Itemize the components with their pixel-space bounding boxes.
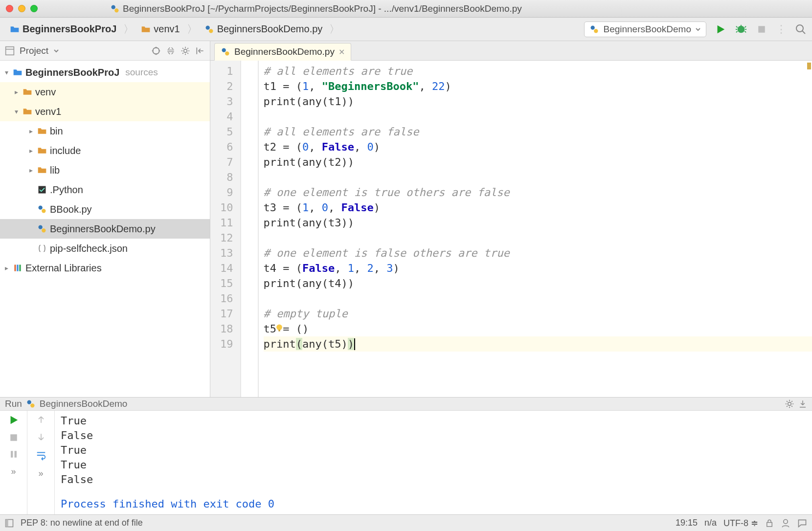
code-line[interactable]	[264, 291, 812, 306]
hide-icon[interactable]	[195, 46, 205, 56]
tree-row[interactable]: BBook.py	[0, 199, 210, 219]
svg-rect-18	[17, 265, 18, 271]
minimize-window-button[interactable]	[18, 5, 25, 12]
expand-toggle-icon[interactable]: ▾	[13, 108, 20, 115]
code-line[interactable]	[264, 109, 812, 124]
code-line[interactable]: t4 = (False, 1, 2, 3)	[264, 261, 812, 276]
svg-point-2	[205, 25, 209, 29]
code-line[interactable]: print(any(t2))	[264, 155, 812, 170]
expand-toggle-icon[interactable]: ▸	[27, 167, 34, 174]
code-line[interactable]: # one element is false others are true	[264, 245, 812, 261]
feedback-icon[interactable]	[797, 518, 807, 528]
line-separator[interactable]: n/a	[704, 518, 717, 528]
expand-toggle-icon[interactable]: ▸	[27, 128, 34, 134]
more-actions-button[interactable]: »	[11, 466, 16, 477]
console-output[interactable]: TrueFalseTrueTrueFalseProcess finished w…	[55, 411, 812, 514]
code-line[interactable]: # all elements are true	[264, 64, 812, 79]
breadcrumb-file[interactable]: BeginnersBookDemo.py	[200, 22, 328, 37]
debug-button[interactable]	[735, 23, 747, 36]
tree-row[interactable]: ▸include	[0, 141, 210, 160]
download-icon[interactable]	[798, 399, 807, 408]
lock-icon[interactable]	[765, 519, 774, 528]
code-line[interactable]	[264, 230, 812, 245]
folder-icon	[23, 87, 32, 97]
gear-icon[interactable]	[785, 399, 794, 409]
maximize-window-button[interactable]	[30, 5, 38, 12]
svg-point-0	[112, 5, 115, 9]
intention-bulb-icon[interactable]	[274, 323, 284, 333]
down-stack-button[interactable]	[36, 432, 46, 442]
locate-icon[interactable]	[151, 46, 161, 56]
line-number: 14	[220, 261, 233, 276]
tree-row-label: BeginnersBookDemo.py	[50, 223, 156, 235]
tree-row[interactable]: ▸bin	[0, 121, 210, 141]
status-bar: PEP 8: no newline at end of file 19:15 n…	[0, 514, 812, 531]
tree-row[interactable]: .Python	[0, 180, 210, 199]
code-line[interactable]: t2 = (0, False, 0)	[264, 139, 812, 155]
tree-row[interactable]: BeginnersBookDemo.py	[0, 219, 210, 239]
svg-point-1	[114, 8, 118, 12]
code-line[interactable]: t3 = (1, 0, False)	[264, 200, 812, 215]
play-icon	[715, 24, 726, 35]
folder-icon	[37, 126, 47, 136]
tree-row[interactable]: ▸venv	[0, 82, 210, 102]
project-root-row[interactable]: ▾ BeginnersBookProJ sources	[0, 63, 210, 82]
line-number: 17	[220, 306, 233, 321]
close-window-button[interactable]	[6, 5, 13, 12]
code-line[interactable]: print(any(t1))	[264, 94, 812, 109]
svg-point-16	[42, 228, 45, 232]
run-tool-sidebar-nav: »	[27, 411, 55, 514]
gear-icon[interactable]	[180, 46, 190, 56]
expand-toggle-icon[interactable]: ▸	[27, 147, 34, 154]
code-line[interactable]: t1 = (1, "BeginnersBook", 22)	[264, 79, 812, 94]
external-libraries-row[interactable]: ▸ External Libraries	[0, 258, 210, 278]
svg-point-25	[30, 403, 34, 407]
tree-row[interactable]: ▾venv1	[0, 102, 210, 121]
svg-rect-9	[6, 46, 14, 55]
code-line[interactable]: # all elements are false	[264, 124, 812, 139]
breadcrumb-folder[interactable]: venv1	[136, 22, 184, 37]
run-button[interactable]	[714, 23, 727, 36]
code-line[interactable]: print(any(t3))	[264, 215, 812, 230]
code-editor[interactable]: 12345678910111213141516171819 # all elem…	[210, 61, 812, 397]
tree-row[interactable]: ▸lib	[0, 160, 210, 180]
error-stripe-marker[interactable]	[807, 63, 811, 69]
tree-row[interactable]: pip-selfcheck.json	[0, 239, 210, 258]
code-line[interactable]: # empty tuple	[264, 306, 812, 321]
close-tab-button[interactable]: ✕	[338, 47, 345, 57]
code-line[interactable]: print(any(t5))	[264, 336, 812, 352]
chevron-down-icon[interactable]	[53, 48, 59, 54]
tool-windows-icon[interactable]	[5, 519, 14, 528]
hector-icon[interactable]	[781, 518, 790, 528]
project-tree[interactable]: ▾ BeginnersBookProJ sources ▸venv▾venv1▸…	[0, 61, 210, 397]
file-encoding[interactable]: UTF-8 ≑	[723, 518, 758, 529]
rerun-button[interactable]	[8, 415, 19, 425]
expand-toggle-icon[interactable]: ▸	[13, 88, 20, 95]
breadcrumb-project[interactable]: BeginnersBookProJ	[5, 22, 121, 37]
editor-tab[interactable]: BeginnersBookDemo.py ✕	[214, 43, 351, 61]
folder-icon	[23, 107, 32, 116]
status-message: PEP 8: no newline at end of file	[21, 518, 143, 528]
line-number: 15	[220, 276, 233, 291]
line-number: 19	[220, 336, 233, 352]
code-body[interactable]: # all elements are truet1 = (1, "Beginne…	[259, 61, 812, 397]
run-config-name: BeginnersBookDemo	[603, 24, 691, 35]
code-line[interactable]: # one element is true others are false	[264, 185, 812, 200]
code-line[interactable]	[264, 170, 812, 185]
toggle-soft-wrap-button[interactable]	[36, 450, 46, 461]
up-stack-button[interactable]	[36, 415, 46, 424]
console-exit-line: Process finished with exit code 0	[61, 497, 806, 511]
more-nav-button[interactable]: »	[38, 468, 43, 479]
svg-point-6	[738, 25, 745, 33]
expand-toggle-icon[interactable]: ▸	[3, 265, 10, 271]
run-config-selector[interactable]: BeginnersBookDemo	[584, 22, 706, 37]
expand-toggle-icon[interactable]: ▾	[3, 69, 10, 76]
breadcrumb-file-label: BeginnersBookDemo.py	[217, 23, 323, 35]
code-line[interactable]: t5 = ()	[264, 321, 812, 336]
collapse-all-icon[interactable]	[166, 46, 176, 56]
svg-point-26	[788, 402, 791, 406]
code-line[interactable]: print(any(t4))	[264, 276, 812, 291]
search-everywhere-button[interactable]	[794, 23, 807, 36]
caret-position[interactable]: 19:15	[676, 518, 698, 528]
folder-icon	[13, 67, 23, 77]
